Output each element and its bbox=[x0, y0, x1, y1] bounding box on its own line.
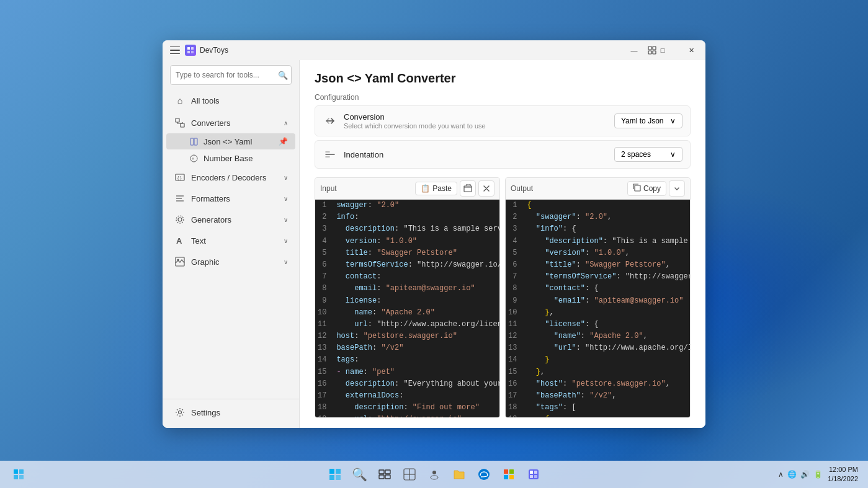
line-number: 4 bbox=[506, 236, 522, 247]
copy-button[interactable]: Copy bbox=[627, 181, 666, 196]
line-code: "basePath": "/v2", bbox=[522, 390, 690, 402]
svg-point-24 bbox=[179, 411, 182, 414]
sidebar-item-generators[interactable]: Generators ∨ bbox=[166, 210, 295, 229]
line-number: 12 bbox=[315, 331, 331, 342]
table-row: 16 "host": "petstore.swagger.io", bbox=[506, 378, 690, 390]
line-number: 11 bbox=[506, 319, 522, 331]
close-button[interactable]: ✕ bbox=[677, 40, 705, 60]
line-code: host: "petstore.swagger.io" bbox=[331, 331, 499, 342]
search-input[interactable] bbox=[170, 65, 292, 85]
conversion-desc: Select which conversion mode you want to… bbox=[344, 122, 614, 130]
converters-label: Converters bbox=[191, 118, 284, 128]
output-code-area[interactable]: 1 { 2 "swagger": "2.0", 3 "info": { 4 "d… bbox=[506, 200, 690, 417]
line-number: 15 bbox=[315, 366, 331, 378]
table-row: 6 termsOfService: "http://swagger.io/ bbox=[315, 259, 499, 271]
copy-label: Copy bbox=[643, 184, 661, 193]
search-button[interactable]: 🔍 bbox=[278, 71, 288, 80]
output-scroll-button[interactable] bbox=[669, 180, 685, 197]
input-label: Input bbox=[320, 184, 413, 193]
sidebar-item-converters[interactable]: Converters ∧ bbox=[166, 113, 295, 133]
hamburger-menu-icon[interactable] bbox=[170, 45, 180, 55]
taskbar-edge-icon[interactable] bbox=[473, 463, 495, 486]
sidebar-item-all-tools[interactable]: ⌂ All tools bbox=[166, 91, 295, 110]
taskbar-chat-icon[interactable] bbox=[423, 463, 445, 486]
paste-button[interactable]: 📋 Paste bbox=[415, 182, 457, 195]
title-bar: DevToys — □ ✕ bbox=[163, 40, 705, 60]
sidebar-item-encoders-decoders[interactable]: { } Encoders / Decoders ∨ bbox=[166, 167, 295, 187]
taskbar-taskview-icon[interactable] bbox=[374, 463, 396, 486]
line-number: 5 bbox=[506, 247, 522, 259]
taskbar-widgets-icon[interactable] bbox=[398, 463, 421, 486]
taskbar-date: 1/18/2022 bbox=[828, 474, 858, 484]
network-icon[interactable]: 🌐 bbox=[787, 470, 797, 479]
svg-rect-6 bbox=[648, 51, 651, 54]
line-number: 3 bbox=[506, 223, 522, 235]
open-file-button[interactable] bbox=[460, 180, 476, 197]
snap-layout-icon[interactable] bbox=[638, 40, 666, 60]
taskbar-explorer-icon[interactable] bbox=[448, 463, 470, 486]
indentation-icon bbox=[323, 147, 338, 162]
taskbar-clock[interactable]: 12:00 PM 1/18/2022 bbox=[828, 465, 858, 484]
svg-rect-30 bbox=[19, 475, 24, 479]
line-number: 2 bbox=[506, 211, 522, 223]
generators-icon bbox=[174, 213, 186, 226]
sidebar-item-json-yaml[interactable]: Json <> Yaml 📌 bbox=[166, 133, 295, 149]
clear-input-button[interactable] bbox=[478, 180, 494, 197]
table-row: 1 swagger: "2.0" bbox=[315, 200, 499, 211]
window-title: DevToys bbox=[200, 46, 228, 55]
sidebar-item-number-base[interactable]: # Number Base bbox=[166, 150, 295, 166]
graphic-icon bbox=[174, 255, 186, 268]
sidebar-item-formatters[interactable]: Formatters ∨ bbox=[166, 189, 295, 208]
taskbar-store-icon[interactable] bbox=[498, 463, 520, 486]
editor-section: Input 📋 Paste bbox=[300, 172, 705, 428]
sidebar-item-settings[interactable]: Settings bbox=[166, 402, 295, 422]
line-code: - name: "pet" bbox=[331, 366, 499, 378]
svg-rect-33 bbox=[329, 475, 334, 480]
line-number: 12 bbox=[506, 331, 522, 342]
converters-icon bbox=[174, 117, 186, 129]
table-row: 13 basePath: "/v2" bbox=[315, 342, 499, 354]
start-button[interactable] bbox=[7, 463, 30, 486]
line-number: 18 bbox=[506, 402, 522, 414]
taskbar-start-icon[interactable] bbox=[324, 463, 346, 486]
table-row: 5 "version": "1.0.0", bbox=[506, 247, 690, 259]
line-code: description: "This is a sample serv bbox=[331, 223, 499, 235]
sidebar-bottom: Settings bbox=[163, 399, 299, 423]
line-number: 16 bbox=[315, 378, 331, 390]
table-row: 8 email: "apiteam@swagger.io" bbox=[315, 283, 499, 295]
svg-rect-10 bbox=[190, 138, 194, 145]
sidebar-item-graphic[interactable]: Graphic ∨ bbox=[166, 252, 295, 272]
svg-rect-11 bbox=[194, 138, 197, 145]
table-row: 3 description: "This is a sample serv bbox=[315, 223, 499, 235]
chevron-up-icon[interactable]: ∧ bbox=[778, 470, 784, 479]
table-row: 6 "title": "Swagger Petstore", bbox=[506, 259, 690, 271]
line-code: name: "Apache 2.0" bbox=[331, 307, 499, 319]
svg-rect-9 bbox=[181, 123, 184, 127]
sidebar-item-text[interactable]: A Text ∨ bbox=[166, 231, 295, 251]
svg-text:#: # bbox=[192, 157, 194, 161]
input-code-area[interactable]: 1 swagger: "2.0" 2 info: 3 description: … bbox=[315, 200, 499, 417]
taskbar-time: 12:00 PM bbox=[828, 465, 858, 474]
table-row: 17 "basePath": "/v2", bbox=[506, 390, 690, 402]
line-number: 14 bbox=[506, 354, 522, 366]
table-row: 9 "email": "apiteam@swagger.io" bbox=[506, 295, 690, 307]
line-number: 6 bbox=[506, 259, 522, 271]
taskbar-devtoys-icon[interactable] bbox=[522, 463, 545, 486]
line-code: tags: bbox=[331, 354, 499, 366]
volume-icon[interactable]: 🔊 bbox=[800, 470, 810, 479]
line-code: "host": "petstore.swagger.io", bbox=[522, 378, 690, 390]
table-row: 4 "description": "This is a sample s bbox=[506, 236, 690, 247]
conversion-dropdown[interactable]: Yaml to Json ∨ bbox=[614, 113, 682, 128]
line-number: 3 bbox=[315, 223, 331, 235]
taskbar-search-icon[interactable]: 🔍 bbox=[349, 463, 371, 486]
line-code: info: bbox=[331, 211, 499, 223]
svg-point-19 bbox=[178, 218, 182, 221]
line-code: }, bbox=[522, 366, 690, 378]
indentation-dropdown[interactable]: 2 spaces ∨ bbox=[614, 147, 682, 162]
indentation-text: Indentation bbox=[344, 150, 614, 159]
line-code: "tags": [ bbox=[522, 402, 690, 414]
line-number: 8 bbox=[506, 283, 522, 295]
svg-point-20 bbox=[176, 216, 184, 223]
generators-label: Generators bbox=[191, 215, 284, 224]
line-number: 17 bbox=[506, 390, 522, 402]
